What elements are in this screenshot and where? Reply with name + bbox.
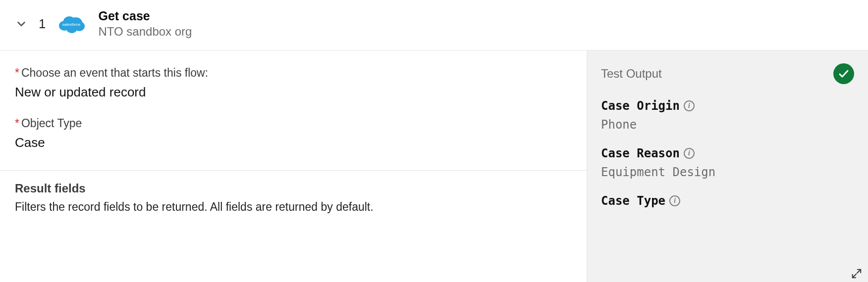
output-item: Case Origin i Phone	[601, 99, 854, 132]
output-item: Case Type i	[601, 194, 854, 213]
expand-icon[interactable]	[851, 268, 862, 279]
step-subtitle: NTO sandbox org	[98, 24, 192, 39]
event-label: *Choose an event that starts this flow:	[15, 66, 572, 80]
output-field-value: Phone	[601, 118, 854, 132]
output-field-label: Case Reason	[601, 146, 680, 160]
step-number: 1	[39, 16, 46, 32]
result-fields-title: Result fields	[15, 182, 572, 195]
config-panel: *Choose an event that starts this flow: …	[0, 50, 587, 282]
step-header: 1 salesforce Get case NTO sandbox org	[0, 0, 868, 50]
event-value[interactable]: New or updated record	[15, 85, 572, 100]
info-icon[interactable]: i	[669, 195, 680, 206]
output-field-label: Case Type	[601, 194, 665, 208]
object-type-label: *Object Type	[15, 117, 572, 130]
success-icon	[833, 63, 854, 84]
svg-text:salesforce: salesforce	[62, 22, 81, 27]
output-field-label: Case Origin	[601, 99, 680, 113]
required-marker: *	[15, 66, 19, 79]
output-item: Case Reason i Equipment Design	[601, 146, 854, 179]
required-marker: *	[15, 117, 19, 130]
object-type-value[interactable]: Case	[15, 135, 572, 150]
fade-overlay	[587, 260, 868, 282]
divider	[0, 170, 587, 171]
test-output-label: Test Output	[601, 67, 662, 81]
result-fields-desc: Filters the record fields to be returned…	[15, 200, 572, 214]
info-icon[interactable]: i	[684, 148, 695, 159]
svg-line-7	[853, 274, 856, 278]
test-output-panel: Test Output Case Origin i Phone Case Rea…	[587, 50, 868, 282]
svg-line-6	[857, 270, 861, 273]
info-icon[interactable]: i	[684, 100, 695, 111]
chevron-down-icon[interactable]	[15, 17, 28, 30]
output-field-value: Equipment Design	[601, 165, 854, 179]
salesforce-icon: salesforce	[57, 14, 85, 34]
step-title: Get case	[98, 9, 192, 23]
